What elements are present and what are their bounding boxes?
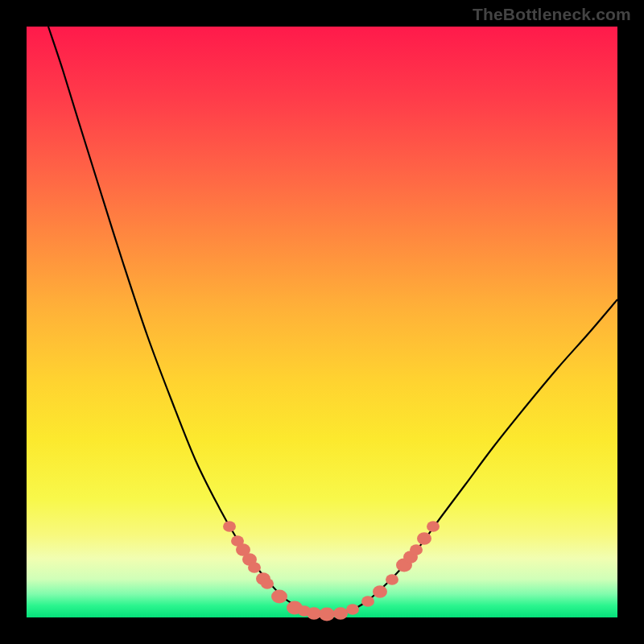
curve-marker bbox=[319, 608, 335, 621]
curve-marker bbox=[361, 596, 374, 607]
brand-watermark: TheBottleneck.com bbox=[473, 5, 631, 24]
curve-marker bbox=[373, 585, 387, 597]
curve-marker bbox=[248, 562, 261, 573]
curve-marker bbox=[427, 521, 440, 532]
chart-frame: TheBottleneck.com bbox=[0, 0, 644, 644]
curve-marker bbox=[223, 521, 236, 532]
marker-group bbox=[223, 521, 440, 621]
bottleneck-curve bbox=[48, 27, 617, 614]
curve-marker bbox=[417, 532, 431, 544]
curve-marker bbox=[271, 590, 287, 604]
curve-marker bbox=[261, 578, 274, 589]
curve-marker bbox=[386, 574, 398, 585]
chart-overlay bbox=[27, 27, 617, 617]
curve-marker bbox=[346, 604, 359, 615]
curve-marker bbox=[410, 544, 423, 555]
curve-marker bbox=[333, 607, 348, 619]
